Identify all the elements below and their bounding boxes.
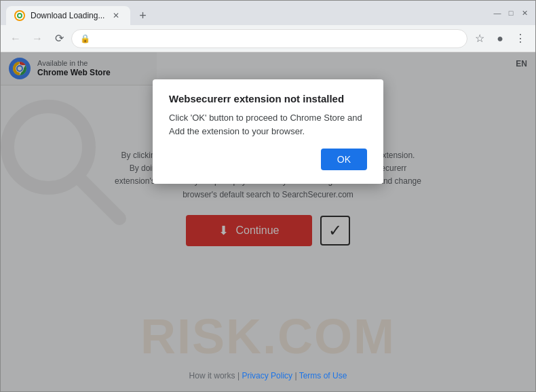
- modal-dialog: Websecurerr extension not installed Clic…: [153, 79, 383, 184]
- window-controls: — □ ✕: [486, 7, 530, 18]
- tab-title: Download Loading...: [31, 11, 104, 20]
- navigation-bar: ← → ⟳ 🔒 ☆ ● ⋮: [1, 25, 535, 52]
- footer-how-it-works: How it works: [189, 371, 235, 380]
- back-button[interactable]: ←: [6, 29, 25, 48]
- ok-button[interactable]: OK: [321, 149, 367, 170]
- nav-right-controls: ☆ ● ⋮: [470, 29, 530, 48]
- modal-body: Click 'OK' button to proceed to Chrome S…: [169, 111, 367, 138]
- lock-icon: 🔒: [80, 34, 90, 43]
- menu-button[interactable]: ⋮: [511, 29, 530, 48]
- forward-button[interactable]: →: [28, 29, 47, 48]
- footer-terms-of-use[interactable]: Terms of Use: [299, 371, 347, 380]
- new-tab-button[interactable]: +: [133, 6, 152, 25]
- profile-button[interactable]: ●: [491, 29, 510, 48]
- tab-favicon-icon: [14, 10, 25, 21]
- refresh-button[interactable]: ⟳: [50, 29, 69, 48]
- tab-close-button[interactable]: ✕: [110, 9, 122, 22]
- modal-title: Websecurerr extension not installed: [169, 93, 367, 104]
- bookmark-button[interactable]: ☆: [470, 29, 489, 48]
- address-bar[interactable]: 🔒: [71, 29, 467, 48]
- footer-privacy-policy[interactable]: Privacy Policy: [242, 371, 292, 380]
- title-bar: Download Loading... ✕ + — □ ✕: [1, 1, 535, 25]
- active-tab[interactable]: Download Loading... ✕: [6, 6, 130, 25]
- modal-overlay: Websecurerr extension not installed Clic…: [1, 52, 535, 391]
- svg-point-3: [18, 14, 21, 17]
- close-button[interactable]: ✕: [519, 7, 530, 18]
- page-footer: How it works | Privacy Policy | Terms of…: [1, 371, 535, 380]
- browser-window: Download Loading... ✕ + — □ ✕ ← → ⟳ 🔒 ☆ …: [0, 0, 536, 392]
- page-content: Available in the Chrome Web Store EN: [1, 52, 535, 391]
- minimize-button[interactable]: —: [492, 7, 503, 18]
- modal-footer: OK: [169, 149, 367, 170]
- tab-bar: Download Loading... ✕ +: [6, 1, 484, 25]
- maximize-button[interactable]: □: [505, 7, 516, 18]
